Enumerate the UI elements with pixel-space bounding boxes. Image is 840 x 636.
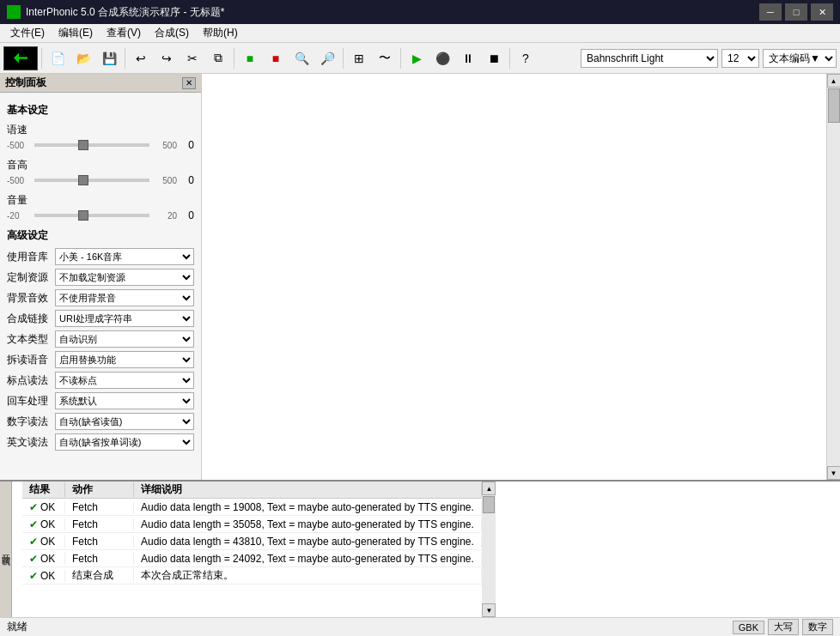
adv-label-6: 标点读法 [7,373,52,388]
adv-select-8[interactable]: 自动(缺省读值) [55,413,194,430]
editor-area[interactable] [202,74,826,480]
adv-select-2[interactable]: 不使用背景音 [55,289,194,306]
toolbar-separator-3 [234,48,234,69]
adv-row-2: 背景音效 不使用背景音 [7,289,194,306]
log-detail-4: 本次合成正常结束。 [134,568,482,583]
maximize-button[interactable]: □ [785,3,807,21]
adv-select-4[interactable]: 自动识别 [55,330,194,348]
tb-green-button[interactable]: ■ [238,46,262,70]
volume-slider[interactable] [34,214,149,217]
log-scroll-track[interactable] [482,495,496,603]
tb-zoom-in-button[interactable]: 🔍 [289,46,313,70]
log-action-4: 结束合成 [65,568,134,583]
adv-label-3: 合成链接 [7,312,52,326]
adv-label-0: 使用音库 [7,250,52,264]
tb-save-button[interactable]: 💾 [97,46,121,70]
log-result-3: ✔ OK [22,553,65,565]
log-body: ✔ OK Fetch Audio data length = 19008, Te… [22,499,482,617]
tb-copy-button[interactable]: ⧉ [206,46,230,70]
pitch-slider[interactable] [34,179,149,182]
volume-thumb[interactable] [78,210,88,221]
advanced-section: 高级设定 使用音库 小美 - 16K音库 定制资源 不加载定制资源 背景音效 不… [7,228,194,451]
log-result-1: ✔ OK [22,518,65,530]
menu-bar: 文件(E) 编辑(E) 查看(V) 合成(S) 帮助(H) [0,24,840,43]
close-button[interactable]: ✕ [811,3,833,21]
speed-label: 语速 [7,123,194,137]
adv-select-9[interactable]: 自动(缺省按单词读) [55,433,194,451]
adv-select-7[interactable]: 系统默认 [55,392,194,409]
pitch-slider-container: -500 500 0 [7,174,194,186]
toolbar-separator-1 [41,48,42,69]
log-action-0: Fetch [65,501,134,513]
status-badge-caps[interactable]: 大写 [768,619,799,635]
volume-setting: 音量 -20 20 0 [7,193,194,221]
tb-record-button[interactable]: ⚫ [430,46,454,70]
tb-new-button[interactable]: 📄 [46,46,70,70]
pitch-thumb[interactable] [78,175,88,185]
panel-close-button[interactable]: ✕ [182,77,196,89]
adv-select-5[interactable]: 启用替换功能 [55,351,194,368]
menu-view[interactable]: 查看(V) [100,24,148,42]
bottom-collapse-button[interactable]: 开始调试 [0,482,12,617]
speed-thumb[interactable] [78,140,88,150]
adv-select-0[interactable]: 小美 - 16K音库 [55,248,194,265]
log-table: 结果 动作 详细说明 ✔ OK Fetch Audio data length … [22,482,482,617]
adv-select-1[interactable]: 不加载定制资源 [55,269,194,286]
speed-min: -500 [7,141,31,150]
adv-row-9: 英文读法 自动(缺省按单词读) [7,433,194,451]
check-icon-1: ✔ [29,518,38,530]
left-panel: 控制面板 ✕ 基本设定 语速 -500 500 0 音高 [0,74,202,480]
font-size-select[interactable]: 12 [721,49,759,68]
log-scroll-up[interactable]: ▲ [482,482,496,495]
log-scrollbar[interactable]: ▲ ▼ [482,482,496,617]
logo-box [3,46,38,70]
adv-select-6[interactable]: 不读标点 [55,372,194,389]
adv-select-3[interactable]: URI处理成字符串 [55,310,194,327]
tb-red-button[interactable]: ■ [264,46,288,70]
menu-help[interactable]: 帮助(H) [196,24,245,42]
scroll-up-button[interactable]: ▲ [827,74,841,88]
log-detail-1: Audio data length = 35058, Text = maybe … [134,518,482,530]
log-scroll-thumb[interactable] [483,496,495,513]
pitch-min: -500 [7,176,31,185]
log-header-result: 结果 [22,482,65,497]
log-result-4: ✔ OK [22,570,65,582]
log-detail-0: Audio data length = 19008, Text = maybe … [134,501,482,513]
tb-undo-button[interactable]: ↩ [129,46,153,70]
toolbar-separator-4 [343,48,344,69]
tb-grid-button[interactable]: ⊞ [347,46,371,70]
tb-open-button[interactable]: 📂 [71,46,95,70]
log-row-3: ✔ OK Fetch Audio data length = 24092, Te… [22,550,482,567]
status-text: 就绪 [7,620,27,634]
log-scroll-down[interactable]: ▼ [482,603,496,617]
menu-synthesize[interactable]: 合成(S) [148,24,196,42]
vertical-scrollbar[interactable]: ▲ ▼ [826,74,840,480]
check-icon-0: ✔ [29,501,38,513]
log-row-4: ✔ OK 结束合成 本次合成正常结束。 [22,567,482,585]
log-row-1: ✔ OK Fetch Audio data length = 35058, Te… [22,516,482,533]
adv-label-7: 回车处理 [7,394,52,409]
menu-edit[interactable]: 编辑(E) [52,24,100,42]
tb-cut-button[interactable]: ✂ [180,46,204,70]
scroll-down-button[interactable]: ▼ [827,466,841,480]
scroll-track[interactable] [827,88,841,466]
volume-slider-container: -20 20 0 [7,209,194,221]
speed-slider[interactable] [34,143,149,147]
pitch-value: 0 [180,174,194,186]
scroll-thumb[interactable] [828,88,840,123]
status-badge-num[interactable]: 数字 [802,619,833,635]
tb-stop-button[interactable]: ⏹ [482,46,506,70]
tb-redo-button[interactable]: ↪ [155,46,179,70]
tb-play-button[interactable]: ▶ [405,46,429,70]
status-badge-gbk[interactable]: GBK [733,621,764,634]
tb-help-button[interactable]: ? [514,46,538,70]
tb-pause-button[interactable]: ⏸ [456,46,480,70]
log-action-2: Fetch [65,536,134,548]
adv-row-1: 定制资源 不加载定制资源 [7,269,194,286]
tb-zoom-out-button[interactable]: 🔎 [315,46,339,70]
menu-file[interactable]: 文件(E) [3,24,52,42]
encoding-select[interactable]: 文本编码▼ [763,49,837,68]
tb-wave-button[interactable]: 〜 [373,46,397,70]
font-family-select[interactable]: Bahnschrift Light [581,49,718,68]
minimize-button[interactable]: ─ [759,3,782,21]
